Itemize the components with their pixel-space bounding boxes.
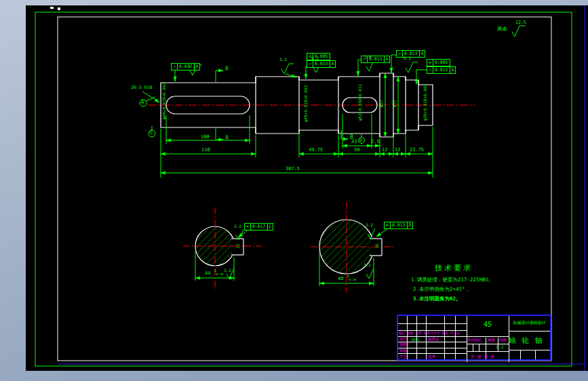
roughness-value: 3.2	[366, 223, 373, 227]
tb-std-label: 标准化	[428, 338, 439, 342]
tb-org: 机械设计课程设计	[509, 321, 550, 325]
tech-req-line3: 3.未注明圆角为R2。	[413, 296, 461, 302]
section-letter-a-top: A	[225, 66, 229, 72]
tolerance-frame: =0.017C	[244, 223, 273, 230]
tb-scale-value: 1:1	[496, 345, 504, 350]
dia-label-55: φ55	[392, 95, 396, 113]
dim-total: 307.5	[286, 167, 300, 172]
roughness-value: 3.2	[224, 268, 231, 273]
tb-date: 2012	[411, 338, 419, 342]
roughness-value: 0.2	[311, 56, 319, 60]
tb-row-process: 工艺	[399, 355, 407, 359]
sec-a-width: 44	[205, 271, 210, 276]
roughness-value: 3.2	[188, 64, 195, 68]
section-view-a	[183, 207, 261, 290]
datum-c: C	[150, 131, 153, 136]
roughness-value: 1.6	[364, 55, 372, 59]
stamp-roughness-value: 12.5	[515, 20, 526, 25]
tb-approve-label: 批准	[428, 355, 435, 359]
tb-scale-label: 比例	[499, 338, 507, 342]
dim-49-75: 49.75	[309, 148, 323, 153]
dim-100: 100	[201, 135, 210, 140]
tolerance-frame: ↗0.013A	[427, 66, 456, 74]
dia-label-45: φ45+0.018+0.002	[304, 87, 308, 122]
dim-left-label: 26.5 h10	[131, 85, 152, 90]
dim-110: 110	[201, 148, 210, 153]
tb-sheet-label: 共 张 第 张	[471, 355, 494, 359]
tb-material: 45	[467, 321, 509, 328]
datum-d: D	[359, 138, 362, 143]
tolerance-frame: ↗0.017A	[171, 63, 200, 71]
roughness-value: 3.2	[364, 263, 371, 267]
tb-header-row: 标记 处数 分区 更改文件号 签名 年月日	[399, 332, 460, 336]
keyway-width-b: 16	[375, 239, 379, 254]
tolerance-frame: =0.013D	[384, 222, 413, 229]
dim-43: 43	[351, 140, 357, 144]
tech-req-line2: 2.未注明倒角为2×45°，	[413, 287, 470, 292]
stamp-label: 其余	[497, 26, 507, 32]
dia-label-57: φ57	[379, 95, 383, 113]
dimension-lines	[140, 26, 526, 178]
tb-row-check: 审核	[399, 349, 407, 353]
tolerance-frame: ↗0.013A	[307, 60, 336, 68]
dim-2-5: 2.5	[371, 140, 380, 144]
dia-label-40: φ40+0.018+0.002	[162, 84, 166, 119]
datum-a: A	[141, 100, 144, 105]
sec-b-width: 48	[338, 277, 343, 281]
cad-viewer-window: 其余 12.5 ↗0.017A ◎0.005 ↗0.013A ↗0.013A ↗…	[0, 0, 588, 381]
dim-50: 50	[354, 148, 359, 153]
tb-stage-label: 阶段标记	[468, 338, 482, 342]
roughness-value: 3.2	[279, 58, 287, 62]
section-letter-a-bottom: A	[225, 136, 229, 141]
roughness-value: 3.2	[234, 224, 241, 228]
section-letter-b: B	[350, 135, 353, 140]
tolerance-frame: ◎0.005	[427, 59, 450, 66]
dim-23-75: 23.75	[410, 148, 424, 153]
dia-label-35: φ35+0.018+0.002	[423, 85, 427, 121]
dim-12a: 12	[382, 148, 387, 153]
keyway-width-a: 12	[236, 239, 240, 254]
dim-12b: 12	[395, 148, 400, 153]
dia-label-52: φ52+0.030+0.011	[358, 85, 362, 121]
tech-req-title: 技术要求	[435, 264, 473, 272]
tb-weight-label: 重量	[488, 338, 495, 342]
title-block: 标记 处数 分区 更改文件号 签名 年月日 设计 描图 审核 工艺 标准化 批准…	[397, 315, 551, 361]
tb-row-design: 设计	[399, 338, 407, 342]
tb-row-trace: 描图	[399, 343, 407, 347]
tb-part-name: 蜗轮轴	[509, 337, 548, 344]
tech-req-line1: 1.调质处理，硬度为217-225HBS。	[411, 277, 494, 283]
roughness-value: 0.2	[404, 56, 411, 60]
